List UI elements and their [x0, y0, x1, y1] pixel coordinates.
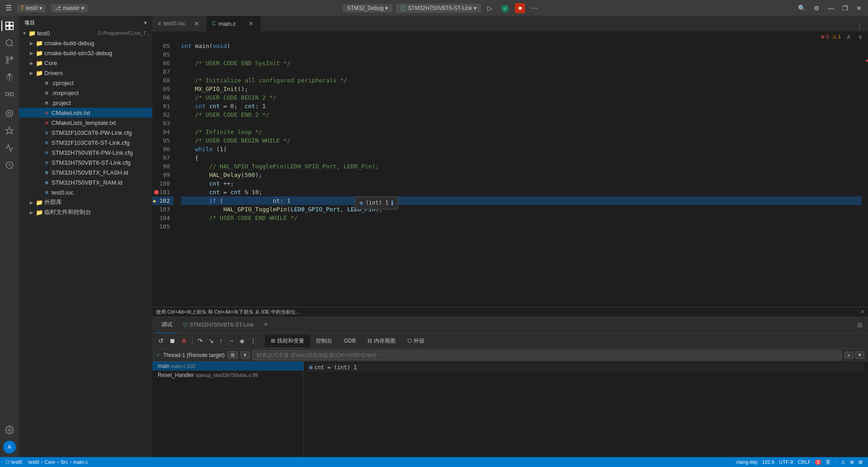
debug-more-btn[interactable]: ⋮	[248, 336, 259, 346]
status-pin[interactable]: ·	[833, 459, 838, 465]
minimize-btn[interactable]: —	[825, 3, 837, 14]
debug-evaluate-btn[interactable]: ◈	[237, 336, 247, 346]
activity-extra3[interactable]	[1, 157, 18, 173]
tree-item-temp[interactable]: ▶ 📁 临时文件和控制台	[19, 207, 152, 217]
tree-item-stm32f103-st[interactable]: ≡ STM32F103C8T6-ST-Link.cfg	[19, 138, 152, 148]
activity-debug[interactable]	[1, 69, 18, 86]
debug-tab-threads[interactable]: ⊞ 线程和变量	[265, 335, 310, 347]
code-editor[interactable]: 65 85 86 87 88 89 90 91 92 93 94 95 96 9…	[152, 42, 868, 307]
panel-tab-debug[interactable]: 调试	[156, 317, 178, 333]
stack-item-reset[interactable]: Reset_Handler startup_stm32h750vbtx.s:99	[152, 371, 303, 380]
panel-tab-stlink-label: STM32H750VBT6-ST-Link	[189, 322, 254, 328]
toolbar-run-debug-btn[interactable]: ▷	[485, 3, 495, 14]
branch-badge[interactable]: ⎇ master ▾	[51, 4, 88, 12]
tree-item-project[interactable]: ≡ .project	[19, 98, 152, 108]
navigate-up-btn[interactable]: ∧	[844, 32, 853, 41]
activity-search[interactable]	[1, 35, 18, 51]
tree-item-stm32h750-pw[interactable]: ≡ STM32H750VBT6-PW-Link.cfg	[19, 148, 152, 157]
status-line-col[interactable]: 101:6	[760, 459, 777, 465]
debug-step-into-btn[interactable]: ↘	[206, 336, 216, 346]
breadcrumb-close[interactable]: ✕	[860, 309, 864, 315]
panel-tab-stlink-close[interactable]: ✕	[258, 317, 274, 333]
debug-tab-gdb[interactable]: GDB	[338, 335, 362, 346]
tree-item-waibu[interactable]: ▶ 📁 外部库	[19, 197, 152, 207]
status-sougou[interactable]: S	[813, 460, 823, 465]
restore-btn[interactable]: ❐	[840, 3, 851, 14]
hamburger-menu-icon[interactable]: ☰	[4, 2, 14, 14]
breadcrumb-src[interactable]: Src	[61, 459, 68, 465]
tree-item-cmake-stm32[interactable]: ▶ 📁 cmake-build-stm32-debug	[19, 48, 152, 58]
tab-test0-ioc[interactable]: ≡ test0.ioc ✕	[152, 16, 207, 31]
user-avatar[interactable]: A	[3, 441, 16, 453]
code-line-86: /* USER CODE END SysInit */	[181, 59, 862, 67]
activity-extensions[interactable]	[1, 86, 18, 103]
debug-config-selector[interactable]: STM32_Debug ▾	[343, 4, 393, 12]
tab-ioc-close[interactable]: ✕	[193, 19, 201, 28]
tree-item-cproject[interactable]: ≡ .cproject	[19, 78, 152, 88]
status-debug-indicator[interactable]: ⬡ test0	[4, 459, 24, 465]
status-warning-icon-bar[interactable]: ⚠	[839, 459, 847, 465]
breadcrumb-test0[interactable]: test0	[28, 459, 39, 465]
tree-item-cmakelists[interactable]: ≡ CMakeLists.txt	[19, 108, 152, 118]
tree-item-core[interactable]: ▶ 📁 Core	[19, 58, 152, 68]
close-btn[interactable]: ✕	[854, 3, 864, 14]
stack-item-main[interactable]: main main.c:102	[152, 362, 303, 371]
status-line-ending[interactable]: CRLF	[796, 459, 813, 465]
activity-extra2[interactable]	[1, 140, 18, 156]
tree-item-root[interactable]: ▼ 📁 test0 D:/Programme/CLion_Test/STM32/…	[19, 28, 152, 38]
warning-count-badge[interactable]: ⚠ 1	[832, 34, 841, 40]
tree-item-stm32h750-st[interactable]: ≡ STM32H750VBT6-ST-Link.cfg	[19, 157, 152, 167]
tree-item-ram-ld[interactable]: ≡ STM32H750VBTX_RAM.ld	[19, 177, 152, 187]
toolbar-stop-btn[interactable]: ■	[515, 3, 525, 13]
debug-tab-memory[interactable]: ⊟ 内存视图	[362, 335, 401, 347]
activity-git[interactable]	[1, 52, 18, 68]
thread-filter-btn[interactable]: ⊞	[227, 351, 238, 359]
stlink-selector[interactable]: ⬡ STM32H750VBT6-ST-Link ▾	[396, 4, 481, 13]
tab-main-c[interactable]: C main.c ✕	[207, 16, 261, 31]
tree-item-stm32f103-pw[interactable]: ≡ STM32F103C8T6-PW-Link.cfg	[19, 128, 152, 138]
activity-clion[interactable]	[1, 105, 18, 122]
thread-add-watch-btn[interactable]: +	[844, 352, 854, 359]
debug-stop-btn[interactable]: ⏹	[167, 336, 178, 346]
activity-settings[interactable]	[1, 422, 18, 438]
project-badge[interactable]: T test0 ▾	[17, 4, 46, 12]
tree-label-cmake-stm32: cmake-build-stm32-debug	[43, 50, 152, 57]
search-btn[interactable]: 🔍	[795, 3, 808, 14]
panel-maximize-btn[interactable]: ⊞	[855, 320, 864, 329]
thread-expr-input[interactable]	[252, 350, 842, 360]
debug-run-to-cursor-btn[interactable]: →	[226, 336, 236, 346]
tree-item-cmakelists-tpl[interactable]: ≡ CMakeLists_template.txt	[19, 118, 152, 128]
tree-item-drivers[interactable]: ▶ 📁 Drivers	[19, 68, 152, 78]
thread-expr-dropdown-btn[interactable]: ▾	[855, 351, 864, 359]
status-error-icon-bar[interactable]: ⊗	[848, 459, 856, 465]
thread-dropdown-btn[interactable]: ▾	[241, 351, 250, 359]
breadcrumb-core[interactable]: Core	[44, 459, 55, 465]
breadcrumb-mainc[interactable]: main.c	[73, 459, 88, 465]
status-grid-icon-bar[interactable]: ⊞	[857, 459, 864, 465]
status-encoding[interactable]: UTF-8	[777, 459, 795, 465]
toolbar-more-btn[interactable]: ⋯	[528, 3, 540, 14]
tree-item-mxproject[interactable]: ≡ .mxproject	[19, 88, 152, 98]
tree-item-flash-ld[interactable]: ≡ STM32H750VBTX_FLASH.ld	[19, 167, 152, 177]
debug-step-over-btn[interactable]: ↷	[195, 336, 205, 346]
tree-item-test0-ioc[interactable]: ≡ test0.ioc	[19, 187, 152, 197]
debug-step-out-btn[interactable]: ↑	[217, 336, 225, 346]
stack-item-reset-name: Reset_Handler startup_stm32h750vbtx.s:99	[158, 372, 298, 378]
debug-restart-btn[interactable]: ↺	[156, 336, 166, 346]
error-count-badge[interactable]: ⊗ 3	[821, 34, 829, 40]
panel-tab-stlink[interactable]: ⬡ STM32H750VBT6-ST-Link ✕	[178, 317, 279, 333]
debug-tab-peripherals[interactable]: ⬡ 外设	[401, 335, 430, 347]
status-lang[interactable]: 英	[824, 459, 832, 466]
status-clang-tidy[interactable]: .clang-tidy	[733, 459, 760, 465]
debug-tab-console[interactable]: 控制台	[310, 335, 338, 347]
activity-extra1[interactable]	[1, 123, 18, 139]
code-content[interactable]: int main(void) /* USER CODE END SysInit …	[177, 42, 862, 307]
navigate-down-btn[interactable]: ∨	[856, 32, 864, 41]
debug-pause-btn[interactable]: ⏸	[179, 336, 189, 346]
tree-item-cmake-debug[interactable]: ▶ 📁 cmake-build-debug	[19, 38, 152, 48]
activity-explorer[interactable]	[1, 18, 18, 34]
toolbar-record-btn[interactable]: ✓	[499, 2, 511, 14]
tab-bar-more-btn[interactable]: ⋮	[854, 22, 864, 31]
tab-c-close[interactable]: ✕	[247, 19, 255, 28]
settings-btn[interactable]: ⚙	[811, 3, 822, 14]
